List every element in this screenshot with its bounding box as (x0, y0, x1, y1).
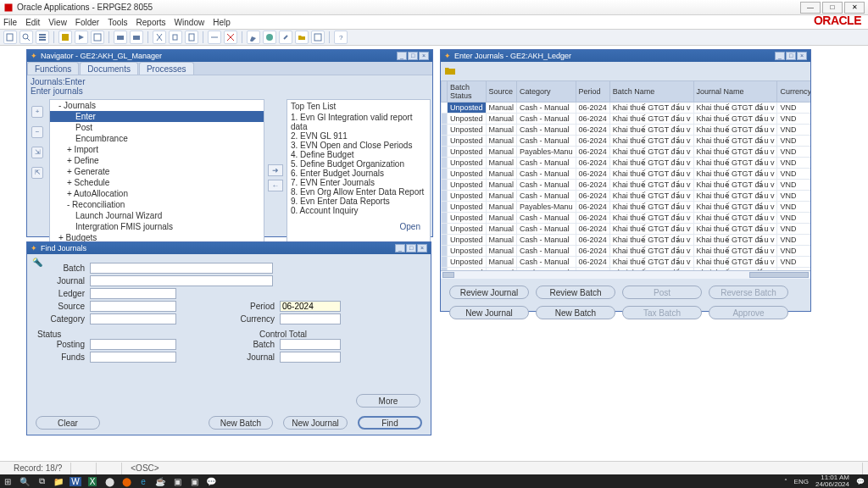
ej-close-button[interactable]: × (797, 52, 807, 60)
new-batch-button[interactable]: New Batch (536, 306, 615, 319)
review-journal-button[interactable]: Review Journal (449, 286, 529, 299)
table-row[interactable]: UnpostedManualCash - Manual06-2024Khai t… (442, 114, 811, 125)
zalo-icon[interactable]: 💬 (205, 476, 217, 486)
topten-item[interactable]: 2. EVN GL 911 (291, 131, 426, 141)
tree-item[interactable]: Intergration FMIS journals (50, 221, 264, 232)
collapse-icon[interactable]: − (31, 126, 43, 138)
table-row[interactable]: UnpostedManualCash - Manual06-2024Khai t… (442, 103, 811, 114)
batch-input[interactable] (90, 263, 273, 274)
search-icon[interactable]: 🔍 (19, 476, 31, 486)
topten-item[interactable]: 8. Evn Org Allow Enter Data Report (291, 187, 426, 197)
tree-item[interactable]: Launch Journal Wizard (50, 210, 264, 221)
journal-input[interactable] (90, 275, 273, 286)
expand-all-icon[interactable]: ⇲ (31, 147, 43, 158)
tool-next-icon[interactable] (75, 30, 88, 44)
tool-folder-icon[interactable] (295, 30, 309, 44)
tool-translate-icon[interactable] (263, 30, 276, 44)
table-row[interactable]: UnpostedManualCash - Manual06-2024Khai t… (442, 169, 811, 180)
tree-item[interactable]: - Reconciliation (50, 199, 264, 210)
chrome-icon[interactable]: ⬤ (103, 476, 115, 486)
topten-item[interactable]: 7. EVN Enter Journals (291, 178, 426, 187)
table-row[interactable]: UnpostedManualCash - Manual06-2024Khai t… (442, 235, 811, 246)
tool-help-icon[interactable]: ? (334, 30, 348, 44)
topten-item[interactable]: 1. Evn Gl Integration valid report data (291, 113, 426, 131)
add-topten-icon[interactable]: ➜ (268, 164, 283, 176)
menu-view[interactable]: View (48, 18, 67, 27)
tool-nav-icon[interactable] (36, 30, 49, 44)
tool-switch-icon[interactable] (91, 30, 104, 44)
newjournal-button[interactable]: New Journal (283, 416, 348, 430)
nav-max-button[interactable]: □ (408, 52, 418, 60)
remove-topten-icon[interactable]: ← (268, 180, 283, 191)
table-row[interactable]: UnpostedManualPayables-Manu06-2024Khai t… (442, 147, 811, 158)
ej-max-button[interactable]: □ (786, 52, 796, 60)
tool-delete-icon[interactable] (224, 30, 237, 44)
start-icon[interactable]: ⊞ (2, 476, 14, 486)
excel-icon[interactable]: X (86, 476, 98, 486)
tree-item[interactable]: Encumbrance (50, 133, 264, 144)
find-max-button[interactable]: □ (406, 244, 416, 252)
tool-paste-icon[interactable] (185, 30, 198, 44)
menu-help[interactable]: Help (213, 18, 231, 27)
maximize-button[interactable]: □ (822, 2, 843, 14)
table-header[interactable]: Batch Name (609, 81, 693, 103)
topten-item[interactable]: 6. Enter Budget Journals (291, 169, 426, 178)
word-icon[interactable]: W (70, 476, 81, 486)
tray-up-icon[interactable]: ˄ (784, 478, 787, 485)
find-min-button[interactable]: _ (395, 244, 405, 252)
find-button[interactable]: Find (358, 416, 422, 430)
tree-item[interactable]: + AutoAllocation (50, 188, 264, 199)
topten-item[interactable]: 5. Define Budget Organization (291, 159, 426, 169)
tool-cut-icon[interactable] (153, 30, 166, 44)
table-row[interactable]: UnpostedManualCash - Manual06-2024Khai t… (442, 224, 811, 235)
table-row[interactable]: UnpostedManualCash - Manual06-2024Khai t… (442, 191, 811, 202)
tree-item[interactable]: - Journals (50, 100, 264, 111)
tool-print2-icon[interactable] (130, 30, 143, 44)
tool-new-icon[interactable] (3, 30, 17, 44)
menu-window[interactable]: Window (175, 18, 205, 27)
tray-lang[interactable]: ENG (794, 478, 809, 485)
cbatch-input[interactable] (280, 339, 341, 350)
tool-print-icon[interactable] (114, 30, 127, 44)
cjournal-input[interactable] (280, 352, 341, 363)
nav-min-button[interactable]: _ (397, 52, 407, 60)
source-input[interactable] (90, 301, 176, 312)
tab-functions[interactable]: Functions (27, 62, 79, 75)
tray-notif-icon[interactable]: 💬 (856, 478, 865, 485)
review-batch-button[interactable]: Review Batch (536, 286, 615, 299)
close-button[interactable]: ✕ (844, 2, 865, 14)
newbatch-button[interactable]: New Batch (209, 416, 273, 430)
clear-button[interactable]: Clear (36, 416, 100, 430)
tree-item[interactable]: + Define (50, 155, 264, 166)
menu-tools[interactable]: Tools (108, 18, 127, 27)
table-header[interactable]: Category (517, 81, 576, 103)
approve-button[interactable]: Approve (709, 306, 788, 319)
app1-icon[interactable]: ▣ (171, 476, 183, 486)
tax-batch-button[interactable]: Tax Batch (622, 306, 702, 319)
currency-input[interactable] (280, 313, 341, 324)
find-close-button[interactable]: × (417, 244, 427, 252)
ie-icon[interactable]: e (137, 476, 149, 486)
tool-save-icon[interactable] (58, 30, 72, 44)
topten-item[interactable]: 4. Define Budget (291, 150, 426, 159)
table-header[interactable]: Batch Status (448, 81, 487, 103)
topten-item[interactable]: 3. EVN Open and Close Periods (291, 141, 426, 150)
tool-copy-icon[interactable] (169, 30, 182, 44)
topten-item[interactable]: 9. Evn Enter Data Reports (291, 197, 426, 206)
tree-item[interactable]: + Generate (50, 166, 264, 177)
expand-icon[interactable]: + (31, 106, 43, 118)
folder-tool-icon[interactable] (444, 64, 456, 76)
table-row[interactable]: UnpostedManualCash - Manual06-2024Khai t… (442, 257, 811, 268)
collapse-all-icon[interactable]: ⇱ (31, 167, 43, 179)
tree-item[interactable]: Post (50, 122, 264, 133)
java-icon[interactable]: ☕ (154, 476, 166, 486)
menu-reports[interactable]: Reports (136, 18, 166, 27)
tool-attach-icon[interactable] (279, 30, 292, 44)
posting-input[interactable] (90, 339, 176, 350)
table-row[interactable]: UnpostedManualCash - Manual06-2024Khai t… (442, 213, 811, 224)
fileexp-icon[interactable]: 📁 (53, 476, 64, 486)
tool-find-icon[interactable] (19, 30, 33, 44)
category-input[interactable] (90, 313, 176, 324)
nav-tree[interactable]: - JournalsEnterPostEncumbrance+ Import+ … (49, 99, 264, 257)
new-journal-button[interactable]: New Journal (449, 306, 529, 319)
